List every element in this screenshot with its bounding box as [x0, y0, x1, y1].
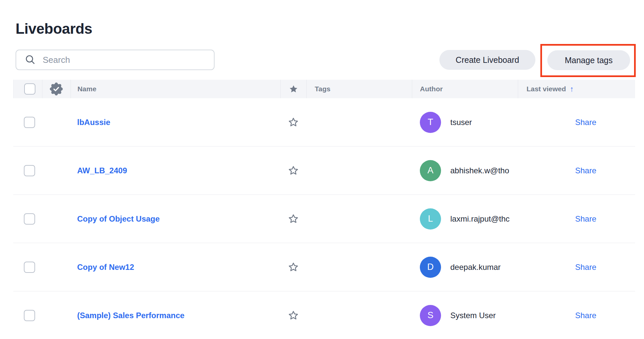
liveboard-name-link[interactable]: (Sample) Sales Performance — [77, 311, 184, 320]
create-liveboard-button[interactable]: Create Liveboard — [439, 50, 535, 70]
share-link[interactable]: Share — [575, 166, 596, 175]
author-avatar: D — [420, 257, 441, 278]
author-name: System User — [450, 311, 496, 320]
row-verified-cell — [42, 243, 71, 291]
row-share-cell: Share — [518, 195, 635, 243]
row-favorite-cell — [280, 243, 306, 291]
search-icon — [25, 54, 36, 65]
favorite-star-icon[interactable] — [288, 117, 299, 128]
row-share-cell: Share — [518, 98, 635, 146]
row-select-cell — [13, 98, 42, 146]
row-name-cell: AW_LB_2409 — [71, 147, 280, 194]
share-link[interactable]: Share — [575, 311, 596, 320]
row-tags-cell — [306, 243, 412, 291]
table-row: lbAussie T tsuser Share — [13, 98, 635, 147]
row-checkbox[interactable] — [24, 117, 35, 128]
row-select-cell — [13, 243, 42, 291]
verified-column-header[interactable] — [42, 80, 71, 98]
last-viewed-label: Last viewed — [526, 85, 566, 93]
table-body: lbAussie T tsuser Share AW_LB_2409 — [13, 98, 635, 339]
share-link[interactable]: Share — [575, 214, 596, 224]
toolbar: Create Liveboard Manage tags — [0, 50, 644, 71]
row-select-cell — [13, 147, 42, 194]
row-checkbox[interactable] — [24, 165, 35, 176]
row-tags-cell — [306, 147, 412, 194]
liveboard-name-link[interactable]: Copy of Object Usage — [77, 214, 160, 224]
row-verified-cell — [42, 147, 71, 194]
liveboard-name-link[interactable]: Copy of New12 — [77, 263, 134, 272]
table-row: Copy of Object Usage L laxmi.rajput@thc … — [13, 195, 635, 243]
column-header-name[interactable]: Name — [71, 80, 281, 98]
row-checkbox[interactable] — [24, 262, 35, 273]
row-name-cell: lbAussie — [71, 98, 280, 146]
author-avatar: L — [420, 208, 441, 230]
row-author-cell: A abhishek.w@tho — [412, 147, 518, 194]
table-row: (Sample) Sales Performance S System User… — [13, 291, 635, 339]
row-select-cell — [13, 291, 42, 339]
author-name: laxmi.rajput@thc — [450, 214, 510, 224]
liveboards-table: Name Tags Author Last viewed ↑ lbAussie — [13, 80, 635, 339]
row-author-cell: S System User — [412, 291, 518, 339]
row-author-cell: T tsuser — [412, 98, 518, 146]
row-name-cell: Copy of Object Usage — [71, 195, 280, 243]
column-header-author[interactable]: Author — [412, 80, 518, 98]
row-favorite-cell — [280, 195, 306, 243]
row-favorite-cell — [280, 98, 306, 146]
row-name-cell: (Sample) Sales Performance — [71, 291, 280, 339]
page-title: Liveboards — [16, 21, 92, 37]
row-author-cell: L laxmi.rajput@thc — [412, 195, 518, 243]
row-name-cell: Copy of New12 — [71, 243, 280, 291]
select-all-checkbox[interactable] — [24, 83, 35, 95]
favorite-star-icon[interactable] — [288, 165, 299, 176]
author-name: tsuser — [450, 118, 472, 127]
column-header-favorites[interactable] — [281, 80, 307, 98]
author-avatar: T — [420, 112, 441, 133]
row-tags-cell — [306, 195, 412, 243]
author-name: abhishek.w@tho — [450, 166, 509, 175]
author-name: deepak.kumar — [450, 263, 501, 272]
liveboard-name-link[interactable]: lbAussie — [77, 118, 110, 127]
verified-badge-icon — [50, 82, 63, 96]
manage-tags-button[interactable]: Manage tags — [547, 50, 630, 70]
row-author-cell: D deepak.kumar — [412, 243, 518, 291]
column-header-last-viewed[interactable]: Last viewed ↑ — [518, 80, 635, 98]
row-share-cell: Share — [518, 243, 635, 291]
row-tags-cell — [306, 98, 412, 146]
row-verified-cell — [42, 291, 71, 339]
author-avatar: A — [420, 160, 441, 181]
row-share-cell: Share — [518, 147, 635, 194]
share-link[interactable]: Share — [575, 263, 596, 272]
row-favorite-cell — [280, 291, 306, 339]
row-tags-cell — [306, 291, 412, 339]
table-header-row: Name Tags Author Last viewed ↑ — [13, 80, 635, 98]
favorite-star-icon[interactable] — [288, 214, 299, 224]
share-link[interactable]: Share — [575, 118, 596, 127]
table-row: AW_LB_2409 A abhishek.w@tho Share — [13, 147, 635, 195]
table-row: Copy of New12 D deepak.kumar Share — [13, 243, 635, 291]
star-filled-icon — [289, 85, 298, 94]
liveboard-name-link[interactable]: AW_LB_2409 — [77, 166, 127, 175]
row-verified-cell — [42, 195, 71, 243]
row-verified-cell — [42, 98, 71, 146]
row-favorite-cell — [280, 147, 306, 194]
row-share-cell: Share — [518, 291, 635, 339]
column-header-tags[interactable]: Tags — [307, 80, 413, 98]
row-checkbox[interactable] — [24, 213, 35, 225]
author-avatar: S — [420, 305, 441, 326]
favorite-star-icon[interactable] — [288, 262, 299, 273]
search-input[interactable] — [42, 55, 214, 65]
select-all-cell — [14, 80, 42, 98]
row-checkbox[interactable] — [24, 310, 35, 321]
row-select-cell — [13, 195, 42, 243]
favorite-star-icon[interactable] — [288, 310, 299, 321]
search-box[interactable] — [16, 50, 215, 70]
sort-ascending-arrow-icon[interactable]: ↑ — [570, 85, 574, 94]
